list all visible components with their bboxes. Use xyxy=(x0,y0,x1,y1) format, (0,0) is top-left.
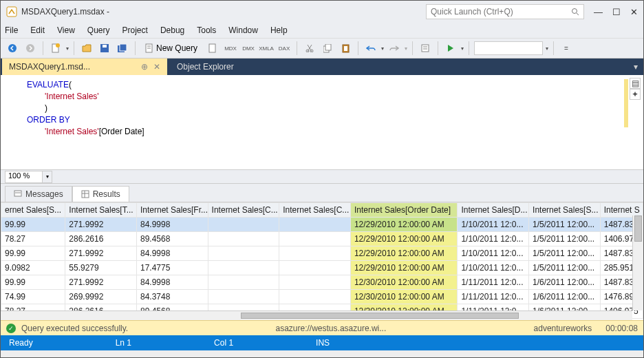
table-header[interactable]: ernet Sales[S... Internet Sales[T... Int… xyxy=(1,203,643,218)
split-icon[interactable]: ▤ xyxy=(630,78,641,89)
execute-button[interactable] xyxy=(443,41,458,56)
engine-mdx-button[interactable]: MDX xyxy=(223,41,238,56)
nav-forward-button[interactable] xyxy=(23,41,38,56)
cell[interactable]: 84.9998 xyxy=(136,275,208,290)
cell[interactable]: 84.3748 xyxy=(136,290,208,304)
table-row[interactable]: 99.99271.999284.999812/29/2010 12:00:00 … xyxy=(1,246,643,261)
code-editor[interactable]: ▤ ✦ EVALUATE( 'Internet Sales' ) ORDER B… xyxy=(1,75,643,170)
results-grid[interactable]: ernet Sales[S... Internet Sales[T... Int… xyxy=(1,202,643,320)
cell[interactable]: 78.27 xyxy=(1,232,65,246)
engine-dax-button[interactable]: DAX xyxy=(277,41,292,56)
cell[interactable]: 99.99 xyxy=(1,275,65,290)
cell[interactable]: 1/6/2011 12:00... xyxy=(529,275,601,290)
tab-results[interactable]: Results xyxy=(72,186,129,202)
copy-button[interactable] xyxy=(320,41,335,56)
overflow-button[interactable]: = xyxy=(559,41,574,56)
cell[interactable]: 1/11/2011 12:0... xyxy=(458,290,529,304)
cell[interactable]: 1/5/2011 12:00... xyxy=(529,246,601,261)
cell[interactable]: 1/11/2011 12:0... xyxy=(458,275,529,290)
tab-messages[interactable]: Messages xyxy=(5,186,72,202)
table-row[interactable]: 9.098255.927917.477512/29/2010 12:00:00 … xyxy=(1,261,643,275)
table-row[interactable]: 74.99269.999284.374812/30/2010 12:00:00 … xyxy=(1,290,643,304)
minimize-button[interactable]: — xyxy=(594,7,603,17)
menu-help[interactable]: Help xyxy=(270,25,288,35)
cut-button[interactable] xyxy=(302,41,317,56)
cell[interactable]: 1/6/2011 12:00... xyxy=(529,290,601,304)
cell[interactable]: 1/5/2011 12:00... xyxy=(529,232,601,246)
document-tab-active[interactable]: MSDAXQuery1.msd... ⊕ ✕ xyxy=(2,59,167,75)
object-explorer-tab[interactable]: Object Explorer xyxy=(167,62,244,72)
cell[interactable]: 84.9998 xyxy=(136,246,208,261)
table-row[interactable]: 99.99271.999284.999812/29/2010 12:00:00 … xyxy=(1,218,643,232)
menu-window[interactable]: Window xyxy=(228,25,258,35)
expand-icon[interactable]: ✦ xyxy=(630,89,641,100)
cell[interactable] xyxy=(208,261,279,275)
cell[interactable] xyxy=(208,246,279,261)
cell[interactable]: 12/29/2010 12:00:00 AM xyxy=(350,261,458,275)
menu-query[interactable]: Query xyxy=(87,25,110,35)
cell[interactable]: 12/30/2010 12:00:00 AM xyxy=(350,290,458,304)
new-file-button[interactable] xyxy=(48,41,63,56)
engine-dmx-button[interactable]: DMX xyxy=(241,41,256,56)
vertical-scrollbar[interactable] xyxy=(632,215,643,310)
menu-file[interactable]: File xyxy=(5,25,18,35)
engine-xmla-button[interactable]: XMLA xyxy=(259,41,274,56)
cell[interactable]: 286.2616 xyxy=(65,232,137,246)
paste-button[interactable] xyxy=(338,41,353,56)
cell[interactable] xyxy=(279,261,351,275)
cell[interactable]: 89.4568 xyxy=(136,232,208,246)
menu-debug[interactable]: Debug xyxy=(160,25,184,35)
cell[interactable]: 12/29/2010 12:00:00 AM xyxy=(350,218,458,232)
new-query-button[interactable]: New Query xyxy=(140,41,202,56)
nav-back-button[interactable] xyxy=(5,41,20,56)
properties-button[interactable] xyxy=(418,41,433,56)
cell[interactable]: 84.9998 xyxy=(136,218,208,232)
cell[interactable]: 1/5/2011 12:00... xyxy=(529,261,601,275)
cell[interactable]: 55.9279 xyxy=(65,261,137,275)
cell[interactable] xyxy=(279,290,351,304)
undo-button[interactable] xyxy=(363,41,378,56)
pin-icon[interactable]: ⊕ xyxy=(141,62,148,72)
cell[interactable]: 74.99 xyxy=(1,290,65,304)
cell[interactable] xyxy=(279,275,351,290)
cell[interactable]: 17.4775 xyxy=(136,261,208,275)
close-tab-icon[interactable]: ✕ xyxy=(153,62,160,72)
zoom-input[interactable]: 100 % xyxy=(5,171,43,183)
cell[interactable] xyxy=(208,218,279,232)
menu-edit[interactable]: Edit xyxy=(30,25,45,35)
close-button[interactable]: ✕ xyxy=(630,7,638,17)
open-button[interactable] xyxy=(79,41,94,56)
database-selector[interactable] xyxy=(474,41,543,55)
cell[interactable]: 1/10/2011 12:0... xyxy=(458,232,529,246)
redo-button[interactable] xyxy=(387,41,402,56)
horizontal-scrollbar[interactable] xyxy=(1,310,632,320)
tab-dropdown-icon[interactable]: ▾ xyxy=(634,62,642,72)
cell[interactable]: 12/30/2010 12:00:00 AM xyxy=(350,275,458,290)
cell[interactable]: 1/5/2011 12:00... xyxy=(529,218,601,232)
menu-view[interactable]: View xyxy=(57,25,75,35)
cell[interactable]: 271.9992 xyxy=(65,218,137,232)
cell[interactable] xyxy=(279,246,351,261)
cell[interactable] xyxy=(279,232,351,246)
menu-tools[interactable]: Tools xyxy=(197,25,216,35)
cell[interactable]: 99.99 xyxy=(1,218,65,232)
table-row[interactable]: 78.27286.261689.456812/29/2010 12:00:00 … xyxy=(1,232,643,246)
cell[interactable]: 12/29/2010 12:00:00 AM xyxy=(350,232,458,246)
cell[interactable]: 99.99 xyxy=(1,246,65,261)
cell[interactable]: 1/10/2011 12:0... xyxy=(458,246,529,261)
cell[interactable] xyxy=(208,275,279,290)
table-row[interactable]: 99.99271.999284.999812/30/2010 12:00:00 … xyxy=(1,275,643,290)
cell[interactable]: 12/29/2010 12:00:00 AM xyxy=(350,246,458,261)
cell[interactable] xyxy=(208,232,279,246)
cell[interactable]: 1/10/2011 12:0... xyxy=(458,261,529,275)
cell[interactable]: 1/10/2011 12:0... xyxy=(458,218,529,232)
zoom-dropdown[interactable]: ▾ xyxy=(43,171,52,183)
save-all-button[interactable] xyxy=(115,41,130,56)
cell[interactable] xyxy=(279,218,351,232)
save-button[interactable] xyxy=(97,41,112,56)
cell[interactable]: 9.0982 xyxy=(1,261,65,275)
menu-project[interactable]: Project xyxy=(122,25,148,35)
maximize-button[interactable]: ☐ xyxy=(612,7,621,17)
engine-button-1[interactable] xyxy=(205,41,220,56)
cell[interactable]: 271.9992 xyxy=(65,275,137,290)
